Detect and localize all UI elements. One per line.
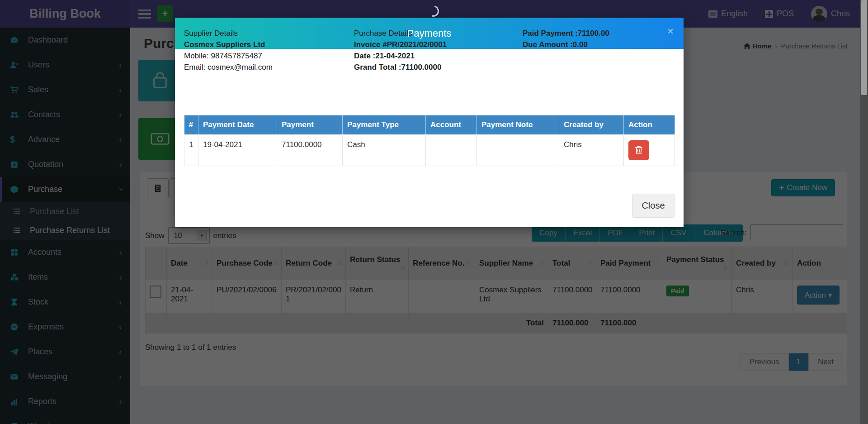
close-icon[interactable]: ×: [667, 25, 674, 38]
page-scrollbar[interactable]: [860, 0, 868, 424]
payments-header-row: # Payment Date Payment Payment Type Acco…: [184, 115, 675, 134]
supplier-mobile: Mobile: 987457875487: [184, 50, 273, 62]
payments-col-type: Payment Type: [343, 115, 426, 134]
due-amount: Due Amount :0.00: [523, 39, 609, 50]
payments-table: # Payment Date Payment Payment Type Acco…: [184, 115, 675, 166]
payments-col-action: Action: [624, 115, 675, 134]
payment-num: 1: [184, 134, 198, 166]
delete-payment-button[interactable]: [628, 140, 649, 160]
purchase-invoice: Invoice #PR/2021/02/0001: [354, 39, 447, 50]
payment-account: [426, 134, 477, 166]
payments-col-account: Account: [426, 115, 477, 134]
trash-icon: [634, 145, 643, 155]
payment-created-by: Chris: [559, 134, 624, 166]
purchase-date: Date :21-04-2021: [354, 50, 447, 62]
payments-col-num: #: [184, 115, 198, 134]
purchase-grand-total: Grand Total :71100.0000: [354, 62, 447, 73]
scrollbar-thumb[interactable]: [861, 0, 867, 95]
payment-amount: 71100.0000: [277, 134, 343, 166]
payment-summary: Paid Payment :71100.00 Due Amount :0.00: [523, 28, 609, 50]
payment-note: [477, 134, 559, 166]
payments-col-payment: Payment: [277, 115, 343, 134]
supplier-name: Cosmex Suppliers Ltd: [184, 39, 273, 50]
payment-row: 1 19-04-2021 71100.0000 Cash Chris: [184, 134, 675, 166]
payments-col-created-by: Created by: [559, 115, 624, 134]
purchase-details: Purchase Details Invoice #PR/2021/02/000…: [354, 28, 447, 73]
purchase-details-heading: Purchase Details: [354, 28, 447, 39]
payment-date: 19-04-2021: [198, 134, 277, 166]
payments-col-note: Payment Note: [477, 115, 559, 134]
modal-close-button[interactable]: Close: [632, 194, 675, 218]
supplier-details: Supplier Details Cosmex Suppliers Ltd Mo…: [184, 28, 273, 73]
payments-col-date: Payment Date: [198, 115, 277, 134]
paid-payment: Paid Payment :71100.00: [523, 28, 609, 39]
supplier-email: Email: cosmex@mail.com: [184, 62, 273, 73]
payment-type: Cash: [343, 134, 426, 166]
supplier-details-heading: Supplier Details: [184, 28, 273, 39]
payments-modal: Payments × Supplier Details Cosmex Suppl…: [175, 18, 684, 227]
